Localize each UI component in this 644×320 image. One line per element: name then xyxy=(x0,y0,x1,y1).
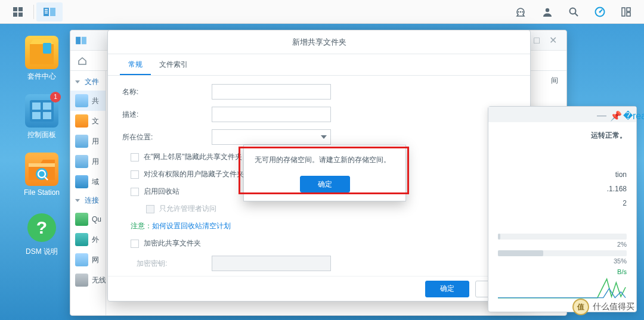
checkbox-hide-network[interactable] xyxy=(131,153,139,161)
svg-rect-3 xyxy=(18,13,23,17)
tab-general[interactable]: 常规 xyxy=(120,54,151,75)
system-health-widget: — 📌 �really 运转正常。 tion .1.168 2 2% 35% B… xyxy=(488,106,637,312)
label-enc-key: 加密密钥: xyxy=(122,259,212,269)
status-text: 运转正常。 xyxy=(591,131,627,139)
location-select[interactable] xyxy=(212,129,331,145)
alert-ok-button[interactable]: 确定 xyxy=(300,176,350,192)
svg-point-10 xyxy=(522,11,523,12)
label-name: 名称: xyxy=(122,87,212,97)
taskbar-app-filestation[interactable] xyxy=(36,2,63,21)
watermark-text: 什么值得买 xyxy=(593,302,634,312)
alert-text: 无可用的存储空间。请建立新的存储空间。 xyxy=(255,155,395,165)
host-value: tion xyxy=(498,170,627,179)
svg-rect-32 xyxy=(82,36,86,44)
svg-line-14 xyxy=(575,13,578,16)
widget-pin-icon[interactable]: 📌 xyxy=(610,110,618,119)
svg-rect-8 xyxy=(45,13,48,14)
svg-point-12 xyxy=(546,8,549,11)
system-bar xyxy=(0,0,644,24)
dashboard-icon[interactable] xyxy=(587,2,613,21)
badge: 1 xyxy=(50,92,61,102)
sidebar-item[interactable]: 无线 xyxy=(70,270,106,290)
sidebar-item[interactable]: 网 xyxy=(70,250,106,270)
ram-bar xyxy=(498,250,627,256)
checkbox-encrypt[interactable] xyxy=(131,240,139,248)
svg-point-11 xyxy=(518,11,519,12)
sidebar-item[interactable]: 用 xyxy=(70,151,106,172)
sidebar-item[interactable]: 域 xyxy=(70,172,106,192)
svg-rect-5 xyxy=(50,8,55,16)
svg-rect-2 xyxy=(13,13,17,17)
desktop-icon-label: File Station xyxy=(20,188,63,197)
cpu-percent: 2% xyxy=(498,241,627,248)
desktop-icon-help[interactable]: ? DSM 说明 xyxy=(20,211,63,257)
column-header-fragment: 间 xyxy=(551,76,558,86)
svg-rect-17 xyxy=(622,8,625,16)
dialog-title: 新增共享文件夹 xyxy=(108,30,530,54)
svg-rect-25 xyxy=(43,112,51,119)
desktop-icon-control-panel[interactable]: 1 控制面板 xyxy=(20,94,63,140)
svg-point-9 xyxy=(520,11,521,12)
sidebar-item[interactable]: 外 xyxy=(70,229,106,250)
svg-rect-23 xyxy=(43,102,51,110)
sidebar-item[interactable]: 用 xyxy=(70,131,106,151)
main-menu-button[interactable] xyxy=(5,2,31,21)
sidebar: 文件 共 文 用 用 域 连接 Qu 外 网 无线 xyxy=(70,71,106,315)
sidebar-item[interactable]: 文 xyxy=(70,111,106,131)
close-icon[interactable]: ✕ xyxy=(549,35,557,46)
sidebar-item[interactable]: 共 xyxy=(70,91,106,111)
enc-key-input xyxy=(212,256,331,271)
maximize-icon[interactable]: □ xyxy=(534,35,540,46)
sidebar-section[interactable]: 文件 xyxy=(70,73,106,91)
extra-value: 2 xyxy=(498,199,627,207)
svg-text:?: ? xyxy=(36,218,47,237)
svg-rect-1 xyxy=(18,7,23,11)
search-icon[interactable] xyxy=(561,2,587,21)
checkbox-hide-noperm[interactable] xyxy=(131,170,139,179)
ram-percent: 35% xyxy=(498,257,627,265)
widget-minimize-icon[interactable]: — xyxy=(597,110,605,119)
svg-point-13 xyxy=(570,8,576,14)
svg-rect-0 xyxy=(13,7,17,11)
user-icon[interactable] xyxy=(534,2,561,21)
desc-input[interactable] xyxy=(212,107,331,122)
dialog-tabs: 常规 文件索引 xyxy=(108,54,530,76)
svg-rect-19 xyxy=(627,13,630,16)
alert-dialog: 无可用的存储空间。请建立新的存储空间。 确定 xyxy=(243,145,406,201)
svg-rect-24 xyxy=(32,112,41,119)
home-icon[interactable] xyxy=(78,56,87,66)
network-sparkline xyxy=(498,275,627,299)
svg-rect-7 xyxy=(45,11,48,12)
sidebar-item[interactable]: Qu xyxy=(70,209,106,229)
svg-rect-31 xyxy=(76,36,80,44)
widgets-icon[interactable] xyxy=(613,2,639,21)
svg-point-16 xyxy=(599,11,601,13)
cpu-bar xyxy=(498,234,627,240)
tab-file-index[interactable]: 文件索引 xyxy=(151,54,196,75)
watermark: 值 什么值得买 xyxy=(572,299,634,315)
ok-button[interactable]: 确定 xyxy=(425,281,469,297)
ip-value: .1.168 xyxy=(498,185,627,193)
recycle-schedule-link[interactable]: 如何设置回收站清空计划 xyxy=(152,222,231,230)
sidebar-section[interactable]: 连接 xyxy=(70,192,106,209)
desktop-icon-label: DSM 说明 xyxy=(20,247,63,257)
desktop-icon-file-station[interactable]: File Station xyxy=(20,153,63,197)
svg-rect-20 xyxy=(43,43,51,54)
svg-rect-18 xyxy=(627,8,630,11)
desktop-icon-package-center[interactable]: 套件中心 xyxy=(20,36,63,82)
watermark-icon: 值 xyxy=(572,299,589,315)
widget-expand-icon[interactable]: �really xyxy=(623,110,631,119)
label-desc: 描述: xyxy=(122,110,212,120)
network-unit: B/s xyxy=(498,268,627,275)
name-input[interactable] xyxy=(212,84,331,100)
desktop-icon-label: 控制面板 xyxy=(20,130,63,140)
desktop-icon-label: 套件中心 xyxy=(20,72,63,82)
divider xyxy=(33,5,34,19)
notifications-icon[interactable] xyxy=(508,2,534,21)
checkbox-recycle[interactable] xyxy=(131,188,139,196)
checkbox-admin-only xyxy=(146,205,154,213)
svg-rect-6 xyxy=(45,9,48,10)
svg-rect-22 xyxy=(32,102,41,110)
label-location: 所在位置: xyxy=(122,132,212,142)
